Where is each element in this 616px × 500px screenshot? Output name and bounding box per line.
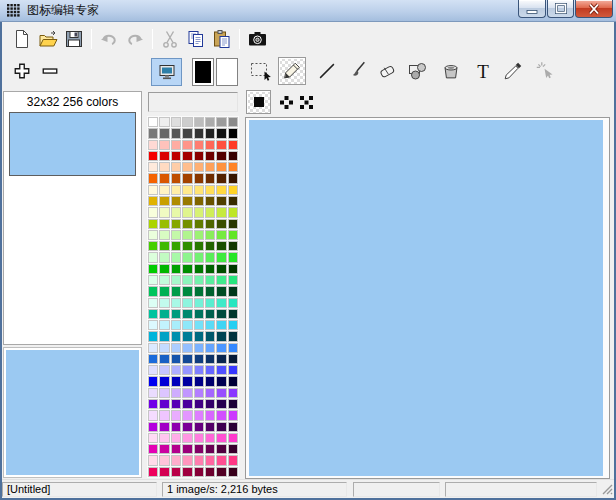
palette-swatch[interactable] bbox=[216, 320, 226, 330]
palette-swatch[interactable] bbox=[194, 241, 204, 251]
palette-swatch[interactable] bbox=[228, 219, 238, 229]
palette-swatch[interactable] bbox=[148, 343, 158, 353]
palette-swatch[interactable] bbox=[159, 298, 169, 308]
palette-swatch[interactable] bbox=[148, 252, 158, 262]
palette-swatch[interactable] bbox=[182, 128, 192, 138]
close-button[interactable] bbox=[575, 0, 613, 18]
redo-button[interactable] bbox=[122, 26, 148, 52]
palette-swatch[interactable] bbox=[228, 298, 238, 308]
palette-swatch[interactable] bbox=[159, 410, 169, 420]
palette-swatch[interactable] bbox=[182, 207, 192, 217]
palette-swatch[interactable] bbox=[171, 117, 181, 127]
palette-swatch[interactable] bbox=[159, 376, 169, 386]
palette-swatch[interactable] bbox=[182, 162, 192, 172]
palette-swatch[interactable] bbox=[148, 331, 158, 341]
palette-swatch[interactable] bbox=[205, 309, 215, 319]
palette-swatch[interactable] bbox=[182, 151, 192, 161]
paste-button[interactable] bbox=[209, 26, 235, 52]
palette-swatch[interactable] bbox=[171, 433, 181, 443]
palette-swatch[interactable] bbox=[205, 196, 215, 206]
palette-swatch[interactable] bbox=[182, 422, 192, 432]
palette-swatch[interactable] bbox=[182, 399, 192, 409]
icon-preview[interactable] bbox=[9, 112, 136, 176]
palette-swatch[interactable] bbox=[182, 354, 192, 364]
palette-swatch[interactable] bbox=[171, 207, 181, 217]
palette-swatch[interactable] bbox=[194, 128, 204, 138]
palette-swatch[interactable] bbox=[159, 467, 169, 477]
palette-swatch[interactable] bbox=[216, 388, 226, 398]
palette-swatch[interactable] bbox=[205, 128, 215, 138]
palette-swatch[interactable] bbox=[228, 365, 238, 375]
palette-swatch[interactable] bbox=[194, 467, 204, 477]
palette-swatch[interactable] bbox=[159, 365, 169, 375]
palette-swatch[interactable] bbox=[194, 264, 204, 274]
palette-swatch[interactable] bbox=[216, 275, 226, 285]
palette-swatch[interactable] bbox=[216, 467, 226, 477]
palette-swatch[interactable] bbox=[159, 173, 169, 183]
palette-swatch[interactable] bbox=[159, 162, 169, 172]
palette-swatch[interactable] bbox=[171, 151, 181, 161]
palette-swatch[interactable] bbox=[148, 117, 158, 127]
palette-swatch[interactable] bbox=[148, 444, 158, 454]
palette-swatch[interactable] bbox=[228, 151, 238, 161]
palette-swatch[interactable] bbox=[194, 207, 204, 217]
palette-swatch[interactable] bbox=[228, 230, 238, 240]
palette-swatch[interactable] bbox=[228, 252, 238, 262]
palette-swatch[interactable] bbox=[228, 309, 238, 319]
palette-swatch[interactable] bbox=[216, 140, 226, 150]
palette-swatch[interactable] bbox=[159, 275, 169, 285]
palette-swatch[interactable] bbox=[182, 185, 192, 195]
palette-swatch[interactable] bbox=[148, 219, 158, 229]
palette-swatch[interactable] bbox=[228, 196, 238, 206]
save-button[interactable] bbox=[61, 26, 87, 52]
palette-swatch[interactable] bbox=[194, 343, 204, 353]
palette-swatch[interactable] bbox=[205, 275, 215, 285]
palette-swatch[interactable] bbox=[228, 185, 238, 195]
palette-swatch[interactable] bbox=[159, 455, 169, 465]
palette-swatch[interactable] bbox=[171, 444, 181, 454]
pen-size-button[interactable] bbox=[246, 90, 271, 114]
palette-swatch[interactable] bbox=[216, 433, 226, 443]
palette-swatch[interactable] bbox=[205, 219, 215, 229]
pencil-tool[interactable] bbox=[278, 57, 306, 85]
palette-swatch[interactable] bbox=[171, 140, 181, 150]
palette-swatch[interactable] bbox=[205, 444, 215, 454]
palette-swatch[interactable] bbox=[228, 320, 238, 330]
palette-swatch[interactable] bbox=[171, 309, 181, 319]
palette-swatch[interactable] bbox=[205, 151, 215, 161]
palette-swatch[interactable] bbox=[194, 185, 204, 195]
palette-swatch[interactable] bbox=[148, 376, 158, 386]
palette-swatch[interactable] bbox=[228, 422, 238, 432]
palette-swatch[interactable] bbox=[182, 388, 192, 398]
palette-swatch[interactable] bbox=[171, 422, 181, 432]
palette-swatch[interactable] bbox=[194, 230, 204, 240]
drawing-canvas[interactable] bbox=[249, 120, 603, 476]
palette-swatch[interactable] bbox=[205, 286, 215, 296]
palette-swatch[interactable] bbox=[148, 275, 158, 285]
palette-swatch[interactable] bbox=[205, 162, 215, 172]
palette-swatch[interactable] bbox=[194, 410, 204, 420]
palette-swatch[interactable] bbox=[216, 162, 226, 172]
palette-swatch[interactable] bbox=[216, 230, 226, 240]
palette-swatch[interactable] bbox=[159, 399, 169, 409]
palette-swatch[interactable] bbox=[148, 264, 158, 274]
text-tool[interactable]: T bbox=[470, 58, 496, 84]
palette-swatch[interactable] bbox=[228, 410, 238, 420]
palette-swatch[interactable] bbox=[228, 241, 238, 251]
palette-swatch[interactable] bbox=[159, 128, 169, 138]
palette-swatch[interactable] bbox=[171, 331, 181, 341]
palette-swatch[interactable] bbox=[148, 320, 158, 330]
background-color-well[interactable] bbox=[216, 58, 238, 86]
palette-swatch[interactable] bbox=[228, 140, 238, 150]
palette-swatch[interactable] bbox=[159, 388, 169, 398]
palette-swatch[interactable] bbox=[159, 196, 169, 206]
palette-swatch[interactable] bbox=[171, 467, 181, 477]
palette-swatch[interactable] bbox=[182, 365, 192, 375]
palette-swatch[interactable] bbox=[205, 230, 215, 240]
palette-swatch[interactable] bbox=[171, 365, 181, 375]
palette-swatch[interactable] bbox=[205, 365, 215, 375]
palette-swatch[interactable] bbox=[171, 173, 181, 183]
new-button[interactable] bbox=[9, 26, 35, 52]
palette-swatch[interactable] bbox=[182, 376, 192, 386]
palette-swatch[interactable] bbox=[216, 354, 226, 364]
